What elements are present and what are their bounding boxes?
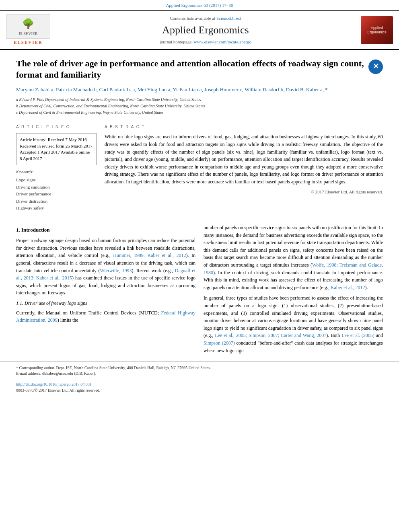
journal-header: 🌳 ELSEVIER ELSEVIER Contents lists avail…	[0, 10, 399, 49]
journal-title: Applied Ergonomics	[56, 23, 355, 37]
article-title-area: ✕ The role of driver age in performance …	[0, 50, 399, 220]
doi-section: http://dx.doi.org/10.1016/j.apergo.2017.…	[0, 380, 399, 396]
subsection1-title: 1.1. Driver use of freeway logo signs	[16, 300, 195, 307]
journal-brand-box: Applied Ergonomics	[359, 16, 395, 44]
abstract-heading: A B S T R A C T	[105, 124, 383, 130]
keywords-label: Keywords:	[16, 169, 97, 175]
bottom-bar: * Corresponding author. Dept. ISE, North…	[0, 362, 399, 380]
keyword-5: Highway safety	[16, 205, 97, 212]
ref-lee-and-simpson[interactable]: Lee et al. (2005)	[341, 333, 374, 338]
keyword-2: Driving simulation	[16, 184, 97, 191]
main-right-col: number of panels on specific service sig…	[204, 224, 383, 357]
main-left-col: 1. Introduction Proper roadway signage d…	[16, 224, 195, 357]
homepage-line: journal homepage: www.elsevier.com/locat…	[56, 39, 355, 45]
abstract-text: White-on-blue logo signs are used to inf…	[105, 133, 383, 185]
received-date: Received 7 May 2016	[48, 137, 87, 142]
homepage-label: journal homepage:	[160, 39, 193, 44]
crossmark-badge[interactable]: ✕	[368, 60, 383, 74]
ref-wierwille[interactable]: Wierwille, 1993	[100, 268, 132, 273]
ref-fhwa[interactable]: Federal Highway Administration, 2009	[16, 310, 195, 323]
email-author-name: (D.B. Kaber).	[74, 371, 96, 376]
email-link[interactable]: dbkaber@ncsu.edu	[42, 371, 73, 376]
section1-right-para1: number of panels on specific service sig…	[204, 224, 383, 291]
article-title-text: The role of driver age in performance an…	[16, 58, 364, 80]
accepted-date: Accepted 1 April 2017	[20, 150, 60, 154]
section1-para2: Currently, the Manual on Uniform Traffic…	[16, 309, 195, 324]
article-history-label: Article history:	[20, 137, 47, 142]
article-title: ✕ The role of driver age in performance …	[16, 58, 383, 81]
affiliation-c: c Department of Civil & Environmental En…	[16, 109, 383, 116]
elsevier-tree-icon: 🌳	[22, 17, 34, 31]
section1-title: 1. Introduction	[16, 226, 195, 234]
ref-lee2005[interactable]: Lee et al., 2005; Simpson, 2007; Carter …	[215, 333, 326, 338]
journal-center-info: Contents lists available at ScienceDirec…	[56, 15, 355, 45]
sciencedirect-link[interactable]: ScienceDirect	[216, 16, 241, 21]
affiliations: a Edward P. Fitts Department of Industri…	[16, 97, 383, 116]
contents-text: Contents lists available at	[170, 16, 215, 21]
copyright-line: © 2017 Elsevier Ltd. All rights reserved…	[105, 189, 383, 195]
applied-ergonomics-brand: Applied Ergonomics	[361, 16, 393, 44]
ref-wolfe[interactable]: Wolfe, 1998; Treisman and Gelade, 1980	[204, 262, 383, 275]
ref-simpson2007[interactable]: Simpson (2007)	[204, 340, 235, 346]
issn-line: 0003-6870/© 2017 Elsevier Ltd. All right…	[16, 387, 383, 393]
received-revised-date: Received in revised form 25 March 2017	[20, 144, 93, 148]
doi-link[interactable]: http://dx.doi.org/10.1016/j.apergo.2017.…	[16, 382, 92, 386]
authors-list: Maryam Zahabi a, Patricia Machado b, Car…	[16, 86, 383, 94]
elsevier-logo-image: 🌳 ELSEVIER	[6, 14, 50, 39]
main-content: 1. Introduction Proper roadway signage d…	[0, 220, 399, 362]
ref-kaber2012[interactable]: Kaber et al., 2012	[331, 285, 365, 290]
affiliation-a: a Edward P. Fitts Department of Industri…	[16, 97, 383, 103]
page-wrapper: Applied Ergonomics 63 (2017) 17–30 🌳 ELS…	[0, 0, 399, 396]
abstract-col: A B S T R A C T White-on-blue logo signs…	[105, 124, 383, 212]
affiliation-b: b Department of Civil, Construction, and…	[16, 103, 383, 109]
ref-hummer[interactable]: Hummer, 1989; Kaber et al., 2012	[113, 253, 186, 258]
corresponding-author-note: * Corresponding author. Dept. ISE, North…	[16, 365, 383, 371]
keywords-block: Keywords: Logo signs Driving simulation …	[16, 169, 97, 212]
citation-text: Applied Ergonomics 63 (2017) 17–30	[166, 3, 233, 8]
contents-available-line: Contents lists available at ScienceDirec…	[56, 15, 355, 21]
article-info-abstract-section: A R T I C L E I N F O Article history: R…	[16, 120, 383, 212]
section1-para1: Proper roadway signage design based on h…	[16, 237, 195, 297]
keyword-1: Logo signs	[16, 177, 97, 184]
section1-right-para2: In general, three types of studies have …	[204, 294, 383, 354]
article-info-heading: A R T I C L E I N F O	[16, 124, 97, 130]
elsevier-logo: 🌳 ELSEVIER ELSEVIER	[4, 14, 52, 45]
journal-citation: Applied Ergonomics 63 (2017) 17–30	[0, 0, 399, 10]
article-history-box: Article history: Received 7 May 2016 Rec…	[16, 133, 97, 165]
homepage-link[interactable]: www.elsevier.com/locate/apergo	[194, 39, 251, 44]
keyword-3: Driver performance	[16, 191, 97, 198]
email-label: E-mail address:	[16, 371, 41, 376]
email-line: E-mail address: dbkaber@ncsu.edu (D.B. K…	[16, 371, 383, 376]
keyword-4: Driver distraction	[16, 198, 97, 205]
elsevier-brand-name: ELSEVIER	[14, 39, 43, 45]
article-info-col: A R T I C L E I N F O Article history: R…	[16, 124, 97, 212]
